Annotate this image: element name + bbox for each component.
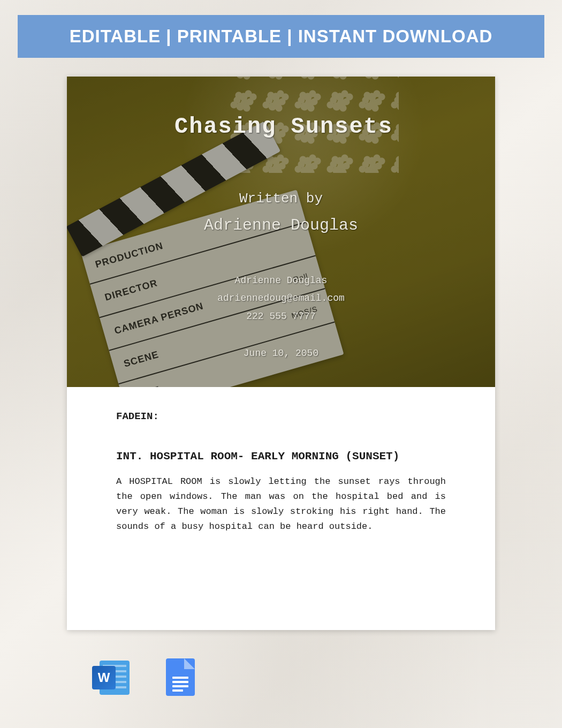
script-body: FADEIN: INT. HOSPITAL ROOM- EARLY MORNIN… xyxy=(67,387,495,534)
word-letter: W xyxy=(92,666,116,689)
word-icon[interactable]: W xyxy=(92,658,131,697)
byline-name: Adrienne Douglas xyxy=(67,216,495,234)
document-preview: PRODUCTION DIRECTOR CAMERA PERSON Roll S… xyxy=(67,77,495,630)
cover-date: June 10, 2050 xyxy=(67,348,495,359)
format-icons: W xyxy=(92,658,200,697)
cover-hero: PRODUCTION DIRECTOR CAMERA PERSON Roll S… xyxy=(67,77,495,387)
contact-email: adriennedoug@email.com xyxy=(67,290,495,307)
scene-description: A HOSPITAL ROOM is slowly letting the su… xyxy=(116,474,446,534)
fade-in: FADEIN: xyxy=(116,411,446,422)
contact-phone: 222 555 7777 xyxy=(67,308,495,325)
scene-heading: INT. HOSPITAL ROOM- EARLY MORNING (SUNSE… xyxy=(116,450,446,462)
script-title: Chasing Sunsets xyxy=(72,114,495,140)
feature-banner: EDITABLE | PRINTABLE | INSTANT DOWNLOAD xyxy=(18,15,544,58)
byline-label: Written by xyxy=(67,191,495,207)
google-docs-icon[interactable] xyxy=(162,658,200,697)
cover-text: Chasing Sunsets Written by Adrienne Doug… xyxy=(67,77,495,359)
banner-text: EDITABLE | PRINTABLE | INSTANT DOWNLOAD xyxy=(70,26,493,47)
contact-name: Adrienne Douglas xyxy=(67,272,495,290)
